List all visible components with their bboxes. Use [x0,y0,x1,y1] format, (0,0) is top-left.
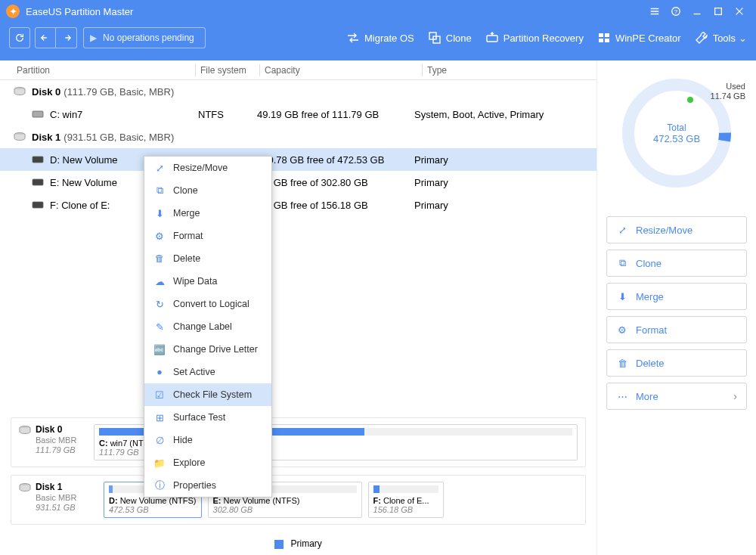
context-item-icon: ⤢ [153,162,166,174]
svg-rect-5 [487,36,497,42]
play-icon: ▶ [90,33,97,43]
context-item-icon: ↻ [153,298,166,310]
context-item-icon: ⓘ [153,479,166,491]
context-item[interactable]: ⬇Merge [144,202,271,225]
context-item-icon: ⚙ [153,230,166,242]
donut-total-label: Total [653,122,700,133]
context-item[interactable]: ↻Convert to Logical [144,293,271,315]
context-item[interactable]: ☑Check File System [144,383,271,406]
partition-row[interactable]: C: win7NTFS49.19 GB free of 111.79 GBSys… [0,103,596,126]
context-item[interactable]: ☁Wipe Data [144,270,271,293]
tools-icon [695,31,708,45]
action-button[interactable]: ⚙Format [606,316,747,343]
donut-marker [687,97,693,103]
refresh-button[interactable] [9,27,30,48]
context-item-icon: ⬇ [153,207,166,219]
action-icon: ⚙ [616,324,628,336]
context-item[interactable]: ●Set Active [144,361,271,383]
close-icon[interactable] [729,1,750,22]
chevron-right-icon: › [733,390,737,402]
context-item[interactable]: 🔤Change Drive Letter [144,338,271,361]
context-item[interactable]: ∅Hide [144,429,271,451]
partition-recovery-button[interactable]: Partition Recovery [485,31,584,45]
svg-rect-8 [599,39,603,42]
context-item[interactable]: ⓘProperties [144,474,271,497]
context-item[interactable]: ⧉Clone [144,179,271,202]
clone-button[interactable]: Clone [428,31,472,45]
winpe-creator-button[interactable]: WinPE Creator [597,31,681,45]
donut-total-value: 472.53 GB [653,133,700,144]
partition-row[interactable]: F: Clone of E:.69 GB free of 156.18 GBPr… [0,194,596,216]
disk-icon [14,132,26,141]
context-item[interactable]: ⊞Surface Test [144,406,271,429]
action-icon: ⬇ [616,290,628,302]
action-button[interactable]: ⋯More› [606,383,747,410]
context-item-icon: ∅ [153,434,166,446]
context-item[interactable]: ⚙Format [144,225,271,247]
winpe-icon [597,31,611,45]
legend-primary-label: Primary [291,538,322,549]
context-item-icon: ✎ [153,321,166,333]
svg-rect-2 [715,8,722,15]
context-item[interactable]: ⤢Resize/Move [144,157,271,179]
legend: Primary [0,532,596,555]
partition-block[interactable]: F: Clone of E...156.18 GB [368,482,444,518]
action-button[interactable]: ⧉Clone [606,250,747,277]
migrate-os-button[interactable]: Migrate OS [346,31,414,45]
disk-header[interactable]: Disk 0(111.79 GB, Basic, MBR) [0,80,596,103]
partition-row[interactable]: E: New Volume.29 GB free of 302.80 GBPri… [0,171,596,194]
svg-rect-6 [599,33,603,37]
context-item-icon: ⊞ [153,411,166,423]
app-logo: ✦ [6,5,20,18]
operations-status[interactable]: ▶ No operations pending [83,27,206,48]
chevron-down-icon: ⌄ [739,33,747,44]
svg-rect-7 [605,33,609,37]
context-item-icon: ☑ [153,389,166,401]
col-filesystem: File system [200,65,259,76]
volume-icon [32,178,44,187]
action-button[interactable]: ⬇Merge [606,283,747,310]
context-item-icon: ⧉ [153,184,166,197]
context-item-icon: 🔤 [153,343,166,355]
action-button[interactable]: ⤢Resize/Move [606,216,747,243]
tools-dropdown[interactable]: Tools⌄ [695,31,747,45]
table-header: Partition File system Capacity Type [0,60,596,80]
action-icon: ⋯ [616,390,628,402]
menu-icon[interactable] [644,1,665,22]
disk-icon [14,87,26,96]
context-item-icon: 🗑 [153,253,166,265]
redo-button[interactable] [56,27,77,48]
legend-swatch-primary [274,540,284,549]
disk-bar[interactable]: Disk 1Basic MBR931.51 GBD: New Volume (N… [11,475,586,525]
action-icon: 🗑 [616,357,628,369]
volume-icon [32,200,44,209]
disk-icon [19,483,31,492]
context-menu: ⤢Resize/Move⧉Clone⬇Merge⚙Format🗑Delete☁W… [144,156,272,498]
partition-row[interactable]: D: New VolumeNTFS460.78 GB free of 472.5… [0,148,596,171]
svg-text:?: ? [674,8,678,15]
col-type: Type [427,65,593,76]
app-title: EaseUS Partition Master [26,6,133,17]
context-item[interactable]: 📁Explore [144,451,271,474]
undo-button[interactable] [35,27,56,48]
minimize-icon[interactable] [686,1,708,22]
context-item[interactable]: 🗑Delete [144,247,271,270]
used-value: 11.74 GB [711,91,745,101]
migrate-icon [346,31,360,45]
context-item[interactable]: ✎Change Label [144,315,271,338]
disk-bar[interactable]: Disk 0Basic MBR111.79 GBC: win7 (NTFS)11… [11,417,586,467]
volume-icon [32,110,44,119]
disk-header[interactable]: Disk 1(931.51 GB, Basic, MBR) [0,126,596,148]
col-capacity: Capacity [265,65,422,76]
svg-rect-15 [33,202,43,208]
clone-icon [428,31,442,45]
context-item-icon: ☁ [153,275,166,287]
help-icon[interactable]: ? [665,1,686,22]
context-item-icon: 📁 [153,457,166,469]
recovery-icon [485,31,499,45]
action-button[interactable]: 🗑Delete [606,349,747,377]
used-label: Used [711,82,745,91]
maximize-icon[interactable] [708,1,729,22]
context-item-icon: ● [153,366,166,378]
disk-icon [19,426,31,435]
